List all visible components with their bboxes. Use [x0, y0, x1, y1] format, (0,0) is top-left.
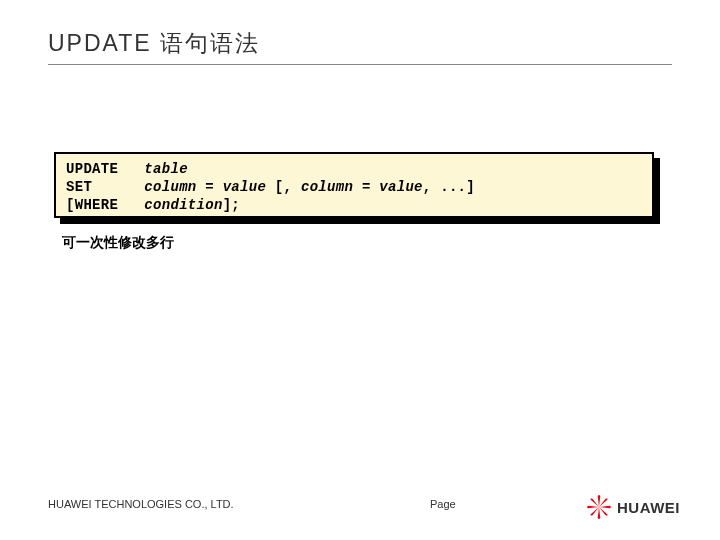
note-text: 可一次性修改多行	[62, 234, 174, 252]
slide-title: UPDATE 语句语法	[48, 28, 260, 59]
syntax-code-box: UPDATE table SET column = value [, colum…	[54, 152, 654, 218]
code-line-1: UPDATE table	[66, 160, 642, 178]
code-line-2: SET column = value [, column = value, ..…	[66, 178, 642, 196]
huawei-flower-icon	[586, 494, 612, 520]
arg-condition: condition	[144, 197, 222, 213]
arg-col-val-1: column = value	[144, 179, 275, 195]
arg-col-val-2: column = value	[292, 179, 423, 195]
brand-logo: HUAWEI	[586, 494, 680, 520]
sep-close: , ...]	[423, 179, 475, 195]
keyword-update: UPDATE	[66, 161, 118, 177]
sep-open: [,	[275, 179, 292, 195]
title-underline	[48, 64, 672, 65]
keyword-where: [WHERE	[66, 197, 118, 213]
end-bracket: ];	[223, 197, 240, 213]
footer-page-label: Page	[430, 498, 456, 510]
keyword-set: SET	[66, 179, 92, 195]
arg-table: table	[144, 161, 188, 177]
code-line-3: [WHERE condition];	[66, 196, 642, 214]
footer-company: HUAWEI TECHNOLOGIES CO., LTD.	[48, 498, 234, 510]
brand-text: HUAWEI	[617, 499, 680, 516]
